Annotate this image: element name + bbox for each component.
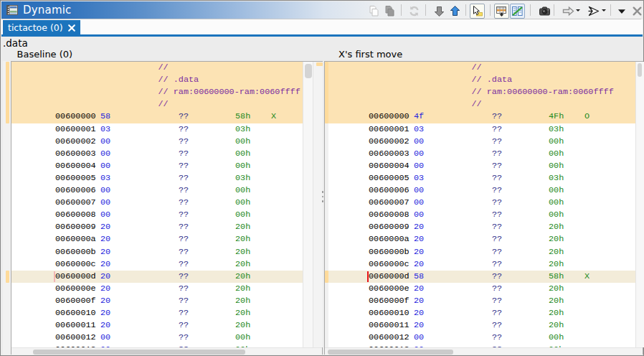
listing-row[interactable]: 0060000920??20h xyxy=(11,221,303,233)
vertical-scrollbar-right[interactable] xyxy=(635,62,644,347)
byte-field: 20 xyxy=(414,233,424,245)
horizontal-scrollbar-thumb-right[interactable] xyxy=(328,350,453,355)
table-view-toggle[interactable] xyxy=(494,4,509,19)
dynamic-window: Dynamic tictactoe (0) .data Baseline (0)… xyxy=(0,0,644,356)
menu-button[interactable] xyxy=(614,4,629,19)
byte-field: 20 xyxy=(100,307,110,319)
listing-row[interactable]: 0060000400??00h xyxy=(11,160,303,172)
splitter-handle[interactable] xyxy=(323,61,324,355)
tab-close-icon[interactable] xyxy=(68,21,75,34)
listing-row[interactable]: 0060000700??00h xyxy=(11,197,303,209)
mnemonic-field: ?? xyxy=(492,283,502,295)
listing-row[interactable]: 0060000200??00h xyxy=(328,136,635,148)
next-difference-button[interactable] xyxy=(560,4,575,19)
vertical-scrollbar-thumb-left[interactable] xyxy=(305,64,312,78)
refresh-icon xyxy=(408,5,420,17)
horizontal-scrollbar-left[interactable] xyxy=(11,347,322,355)
address-field: 00600012 xyxy=(369,332,409,344)
splitter-dot xyxy=(322,191,324,193)
byte-field: 58 xyxy=(100,111,110,123)
listing-row[interactable]: 0060000800??00h xyxy=(328,209,635,221)
byte-field: 20 xyxy=(414,221,424,233)
listing-row[interactable]: 0060001120??20h xyxy=(11,319,303,332)
paste-button[interactable] xyxy=(382,4,397,19)
apply-button[interactable] xyxy=(586,4,601,19)
comment-line: // xyxy=(328,98,635,111)
listing-row[interactable]: 0060000103??03h xyxy=(328,123,635,136)
mnemonic-field: ?? xyxy=(179,332,189,344)
listing-row[interactable]: 0060000103??03h xyxy=(11,123,303,136)
prev-diff-up-button[interactable] xyxy=(448,4,463,19)
toolbar-separator xyxy=(530,4,531,16)
listing-row[interactable]: 006000004f??4FhO xyxy=(328,111,635,123)
snapshot-button[interactable] xyxy=(537,4,552,19)
listing-row[interactable]: 0060000058??58hX xyxy=(11,111,303,123)
listing-row[interactable]: 0060000503??03h xyxy=(328,172,635,184)
value-field: 58h xyxy=(549,271,564,283)
mnemonic-field: ?? xyxy=(179,295,189,307)
vertical-scrollbar-left[interactable] xyxy=(303,62,314,347)
comment-text: // ram:00600000-ram:0060ffff xyxy=(158,86,300,98)
listing-row[interactable]: 0060000c20??20h xyxy=(11,258,303,271)
listing-row[interactable]: 0060000400??00h xyxy=(328,160,635,172)
listing-row[interactable]: 0060001120??20h xyxy=(328,319,635,332)
mnemonic-field: ?? xyxy=(179,319,189,332)
address-field: 0060000d xyxy=(55,271,96,283)
listing-row[interactable]: 0060001200??00h xyxy=(11,332,303,344)
listing-row[interactable]: 0060000300??00h xyxy=(328,148,635,160)
value-field: 03h xyxy=(549,123,564,136)
address-field: 0060000c xyxy=(55,258,96,271)
listing-row[interactable]: 0060000d58??58hX xyxy=(328,271,635,283)
listing-row[interactable]: 0060000800??00h xyxy=(11,209,303,221)
listing-row[interactable]: 0060000b20??20h xyxy=(328,246,635,258)
diff-marker-block-left xyxy=(6,62,9,123)
listing-row[interactable]: 0060000f20??20h xyxy=(11,295,303,307)
address-field: 00600003 xyxy=(55,148,96,160)
value-field: 20h xyxy=(549,295,564,307)
comment-text: // .data xyxy=(158,74,199,86)
tab-tictactoe[interactable]: tictactoe (0) xyxy=(3,20,80,34)
horizontal-scrollbar-thumb-left[interactable] xyxy=(33,350,245,355)
close-button[interactable] xyxy=(630,4,644,19)
byte-field: 20 xyxy=(414,319,424,332)
tab-label: tictactoe (0) xyxy=(8,22,68,33)
next-diff-down-button[interactable] xyxy=(432,4,447,19)
listing-row[interactable]: 0060000e20??20h xyxy=(328,283,635,295)
byte-field: 00 xyxy=(414,148,424,160)
vertical-scrollbar-thumb-right[interactable] xyxy=(638,63,642,77)
byte-field: 00 xyxy=(100,136,110,148)
listing-row[interactable]: 0060000d20??20h xyxy=(11,271,303,283)
copy-button[interactable] xyxy=(366,4,382,19)
address-field: 00600002 xyxy=(369,136,409,148)
value-field: 20h xyxy=(235,295,250,307)
address-field: 00600003 xyxy=(369,148,409,160)
apply-button-dropdown-caret[interactable] xyxy=(602,9,606,11)
toolbar-separator xyxy=(425,4,426,16)
listing-row[interactable]: 0060000600??00h xyxy=(328,184,635,197)
listing-row[interactable]: 0060000200??00h xyxy=(11,136,303,148)
listing-row[interactable]: 0060000c20??20h xyxy=(328,258,635,271)
cursor-location-toggle[interactable] xyxy=(470,4,485,19)
listing-row[interactable]: 0060000f20??20h xyxy=(328,295,635,307)
listing-content-left[interactable]: //// .data// ram:00600000-ram:0060ffff//… xyxy=(11,62,303,347)
listing-row[interactable]: 0060000a20??20h xyxy=(328,233,635,245)
listing-content-right[interactable]: //// .data// ram:00600000-ram:0060ffff//… xyxy=(328,62,635,347)
listing-row[interactable]: 0060000300??00h xyxy=(11,148,303,160)
listing-row[interactable]: 0060000600??00h xyxy=(11,184,303,197)
listing-row[interactable]: 0060000a20??20h xyxy=(11,233,303,245)
listing-row[interactable]: 0060000e20??20h xyxy=(11,283,303,295)
dual-listing-toggle[interactable] xyxy=(510,4,525,19)
horizontal-scrollbar-right[interactable] xyxy=(325,347,643,355)
refresh-button[interactable] xyxy=(407,4,422,19)
listing-row[interactable]: 0060000503??03h xyxy=(11,172,303,184)
listing-row[interactable]: 0060001020??20h xyxy=(11,307,303,319)
listing-row[interactable]: 0060001020??20h xyxy=(328,307,635,319)
window-title: Dynamic xyxy=(23,4,72,17)
byte-field: 00 xyxy=(100,197,110,209)
address-label: .data xyxy=(3,37,28,49)
listing-row[interactable]: 0060000920??20h xyxy=(328,221,635,233)
next-difference-button-dropdown-caret[interactable] xyxy=(576,9,580,11)
listing-row[interactable]: 0060000b20??20h xyxy=(11,246,303,258)
listing-row[interactable]: 0060000700??00h xyxy=(328,197,635,209)
listing-row[interactable]: 0060001200??00h xyxy=(328,332,635,344)
